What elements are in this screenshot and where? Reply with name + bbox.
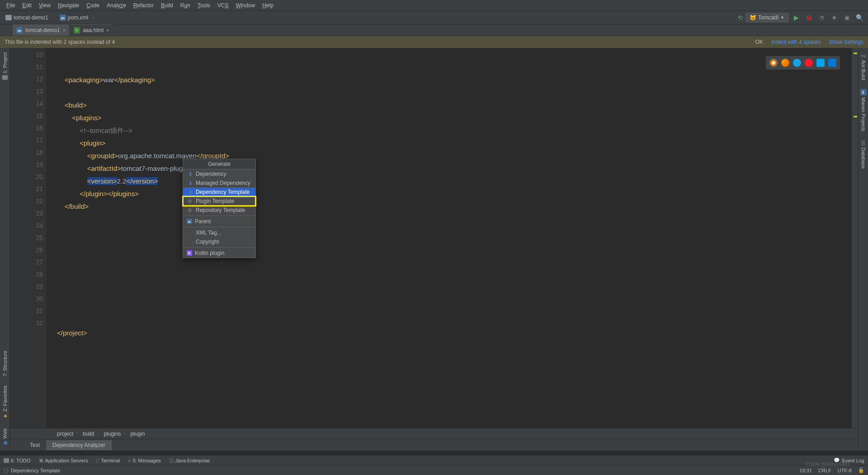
popup-item[interactable]: ⚙Plugin Template [183,197,255,206]
popup-item[interactable]: Copyright [183,237,255,246]
menu-window[interactable]: Window [232,2,259,9]
tool-ant[interactable]: 🐜Ant Build [860,48,866,85]
template-icon: ⚙ [187,207,193,213]
debug-button[interactable]: 🐞 [804,13,814,23]
tab-label: aaa.html [83,27,104,33]
bottom-panel-tabs: Text Dependency Analyzer [10,439,858,451]
editor-breadcrumb: project〉 build〉 plugins〉 plugin [10,428,858,439]
tool-project[interactable]: 1: Project [2,48,8,84]
popup-item[interactable]: XML Tag... [183,228,255,237]
close-icon[interactable]: × [63,28,66,33]
tool-todo[interactable]: 6: TODO [4,458,31,463]
run-config-dropdown[interactable]: 🐱 Tomcat8 ▼ [745,13,788,22]
notification-indent[interactable]: Indent with 4 spaces [771,39,821,45]
coverage-button[interactable]: ◔ [816,13,826,23]
menu-code[interactable]: Code [83,2,103,9]
breadcrumb-file[interactable]: m pom.xml [58,14,90,22]
popup-item-label: XML Tag... [196,230,222,236]
close-icon[interactable]: × [106,28,109,33]
stop-button[interactable]: ■ [829,13,839,23]
template-icon: ⚙ [187,198,193,204]
run-button[interactable]: ▶ [791,13,801,23]
notification-actions: OK Indent with 4 spaces Show Settings [755,39,863,45]
edge-icon[interactable] [828,59,836,67]
browser-panel [766,56,840,70]
tool-structure[interactable]: 7: Structure [2,346,8,381]
main-area: 1: Project 7: Structure ★2: Favorites ◉W… [0,48,868,451]
chrome-icon[interactable] [769,59,778,67]
lock-icon[interactable]: 🔓 [858,467,864,473]
menu-edit[interactable]: Edit [19,2,35,9]
tab-tomcat-demo1[interactable]: m tomcat-demo1 × [13,24,69,36]
maven-file-icon: m [60,14,66,21]
search-button[interactable]: 🔍 [854,13,864,23]
file-encoding[interactable]: UTF-8 [838,468,852,473]
breadcrumb-file-label: pom.xml [68,14,88,21]
sync-icon[interactable]: ⟲ [737,14,743,21]
navigation-bar: tomcat-demo1 〉 m pom.xml 〉 ⟲ 🐱 Tomcat8 ▼… [0,11,868,24]
popup-item-label: Kotlin plugin [195,250,224,256]
popup-item[interactable]: ⦀Dependency [183,169,255,179]
folder-icon [5,15,12,20]
popup-item-label: Managed Dependency [196,180,250,186]
menu-run[interactable]: Run [177,2,194,9]
menu-navigate[interactable]: Navigate [54,2,83,9]
crumb-item[interactable]: project [57,431,73,437]
menu-refactor[interactable]: Refactor [130,2,157,9]
menu-tools[interactable]: Tools [194,2,214,9]
tool-web[interactable]: ◉Web [2,424,8,451]
popup-item-label: Dependency Template [196,189,250,195]
run-controls: ⟲ 🐱 Tomcat8 ▼ ▶ 🐞 ◔ ■ ▣ 🔍 [737,13,864,23]
notification-bar: This file is indented with 2 spaces inst… [0,36,868,48]
menu-help[interactable]: Help [259,2,277,9]
run-config-label: Tomcat8 [758,14,778,21]
tool-maven[interactable]: mMaven Projects [860,85,867,136]
breadcrumbs: tomcat-demo1 〉 m pom.xml 〉 [4,14,96,22]
opera-icon[interactable] [805,59,813,67]
popup-item[interactable]: ⦀Dependency Template [183,188,255,197]
dropdown-icon: ▼ [780,15,784,20]
tool-database[interactable]: 🗄Database [861,136,866,173]
tool-terminal[interactable]: ⌷Terminal [96,458,120,463]
popup-item[interactable]: ⦀Managed Dependency [183,179,255,188]
tab-label: tomcat-demo1 [25,27,60,33]
maven-file-icon: m [16,27,23,33]
popup-item-label: Repository Template [196,207,245,213]
panel-tab-dependency-analyzer[interactable]: Dependency Analyzer [46,440,112,450]
status-message: Dependency Template [11,468,60,473]
status-icon[interactable]: ▢ [4,467,8,473]
notification-settings[interactable]: Show Settings [829,39,863,45]
crumb-item[interactable]: plugin [130,431,145,437]
tool-java-ee[interactable]: ◫Java Enterprise [169,457,210,463]
popup-item-label: Parent [195,218,211,225]
popup-item[interactable]: KKotlin plugin [183,249,255,258]
popup-title: Generate [183,159,255,169]
popup-item-label: Dependency [196,171,226,177]
line-separator[interactable]: CRLF [818,468,831,473]
error-stripe[interactable] [852,48,858,428]
menu-vcs[interactable]: VCS [214,2,232,9]
menu-file[interactable]: File [3,2,19,9]
menu-analyze[interactable]: Analyze [103,2,130,9]
code-editor[interactable]: 1011121314151617181920212223242526272829… [10,48,858,428]
tool-favorites[interactable]: ★2: Favorites [2,381,8,423]
tool-messages[interactable]: ≡0: Messages [128,458,161,463]
breadcrumb-project[interactable]: tomcat-demo1 [4,14,50,22]
safari-icon[interactable] [793,59,801,67]
notification-ok[interactable]: OK [755,39,763,45]
tool-app-servers[interactable]: ▣Application Servers [39,457,88,463]
crumb-item[interactable]: build [83,431,94,437]
firefox-icon[interactable] [781,59,789,67]
panel-tab-text[interactable]: Text [24,440,46,450]
popup-item[interactable]: ⚙Repository Template [183,206,255,215]
cursor-position[interactable]: 19:31 [800,468,812,473]
popup-item[interactable]: mParent [183,217,255,226]
menu-view[interactable]: View [35,2,54,9]
crumb-item[interactable]: plugins [104,431,121,437]
code-content[interactable]: <packaging>war</packaging> <build> <plug… [46,48,858,428]
layout-button[interactable]: ▣ [842,13,852,23]
tab-aaa-html[interactable]: h aaa.html × [70,24,113,36]
menu-build[interactable]: Build [157,2,177,9]
kotlin-icon: K [187,250,192,256]
ie-icon[interactable] [816,59,825,67]
